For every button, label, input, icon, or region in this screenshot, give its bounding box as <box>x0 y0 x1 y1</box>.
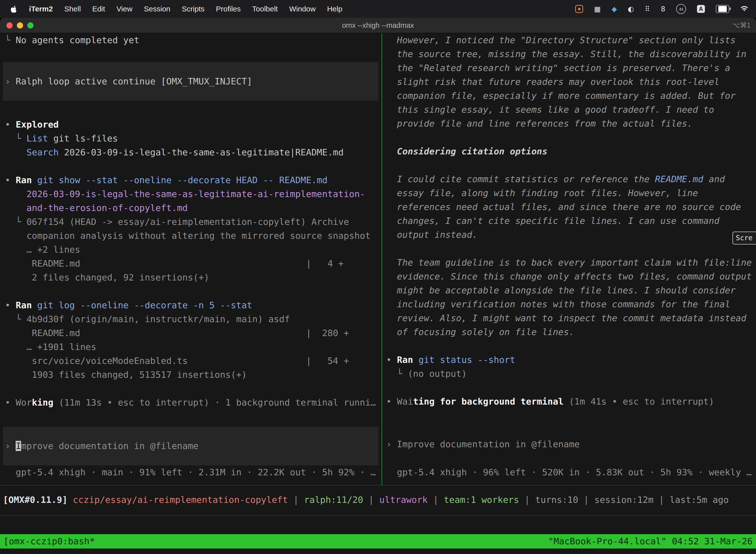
color-picker-icon[interactable]: ◆ <box>612 5 617 13</box>
working-status: • Working (11m 13s • esc to interrupt) ·… <box>0 396 381 409</box>
menu-item-window[interactable]: Window <box>284 5 321 13</box>
terminal-line: I could cite commit statistics or refere… <box>382 172 756 186</box>
blank-line <box>0 382 381 396</box>
contrast-app-icon[interactable]: ◐ <box>628 5 634 13</box>
ran-git-log: • Ran git log --oneline --decorate -n 5 … <box>0 298 381 312</box>
close-window-button[interactable] <box>6 22 13 29</box>
window-title: omx --xhigh --madmax <box>342 21 414 30</box>
terminal-line: the source tree, missing the essay. Stil… <box>382 47 756 61</box>
tmux-host-clock: "MacBook-Pro-44.local" 04:52 31-Mar-26 <box>548 534 753 549</box>
right-model-status: gpt-5.4 xhigh · 96% left · 520K in · 5.8… <box>382 465 756 479</box>
terminal-line: evidence. Since this change only affects… <box>382 270 756 283</box>
blank-line <box>382 242 756 256</box>
minimize-window-button[interactable] <box>17 22 23 29</box>
terminal-line: 2 files changed, 92 insertions(+) <box>0 271 381 284</box>
menu-item-profiles[interactable]: Profiles <box>210 5 246 13</box>
menu-item-edit[interactable]: Edit <box>86 5 111 13</box>
menu-left: iTerm2 Shell Edit View Session Scripts P… <box>0 5 348 13</box>
ralph-loop-banner: › Ralph loop active continue [OMX_TMUX_I… <box>3 62 378 101</box>
ran-git-show: • Ran git show --stat --oneline --decora… <box>0 173 381 187</box>
terminal-line: and-the-erosion-of-copyleft.md <box>0 201 381 215</box>
menu-item-shell[interactable]: Shell <box>59 5 86 13</box>
terminal-line: The team guideline is to back every impo… <box>382 256 756 270</box>
ran-git-status: • Ran git status --short <box>382 353 756 367</box>
zoom-window-button[interactable] <box>27 22 34 29</box>
right-pane-transcript: However, I noticed the "Directory Struct… <box>382 33 756 408</box>
pane-bottom-divider <box>0 485 756 486</box>
window-title-bar[interactable]: omx --xhigh --madmax ⌥⌘1 <box>0 18 756 33</box>
right-prompt-line: › Improve documentation in @filename <box>382 437 756 451</box>
left-prompt-input[interactable]: › Improve documentation in @filename <box>3 427 378 465</box>
iterm2-window: omx --xhigh --madmax ⌥⌘1 └ No agents com… <box>0 18 756 554</box>
terminal-line: └ 067f154 (HEAD -> essay/ai-reimplementa… <box>0 215 381 229</box>
apple-menu-icon[interactable] <box>8 5 23 13</box>
terminal-line: including verification notes with those … <box>382 297 756 311</box>
menu-item-scripts[interactable]: Scripts <box>176 5 210 13</box>
battery-nub <box>730 7 731 10</box>
terminal-line: review. Also, I might want to inspect th… <box>382 311 756 325</box>
menu-item-iterm2[interactable]: iTerm2 <box>23 5 59 13</box>
terminal-line: README.md | 4 + <box>0 257 381 271</box>
explored-header: • Explored <box>0 118 381 131</box>
blank-line <box>0 159 381 173</box>
menu-item-toolbelt[interactable]: Toolbelt <box>247 5 284 13</box>
blank-line <box>382 158 756 172</box>
left-terminal-pane[interactable]: └ No agents completed yet› Ralph loop ac… <box>0 33 381 485</box>
right-pane-bottom: › Improve documentation in @filename gpt… <box>382 437 756 485</box>
menu-item-session[interactable]: Session <box>138 5 176 13</box>
terminal-line: might be acceptable alongside the file l… <box>382 283 756 297</box>
right-prompt[interactable]: › Improve documentation in @filename <box>382 437 756 451</box>
terminal-line: … +1901 lines <box>0 340 381 354</box>
terminal-line: └ (no output) <box>382 367 756 381</box>
battery-icon[interactable] <box>716 5 729 13</box>
left-model-status: gpt-5.4 xhigh · main · 91% left · 2.31M … <box>0 465 381 479</box>
terminal-line: companion file, especially if more comme… <box>382 89 756 103</box>
omx-status-bar: [OMX#0.11.9] cczip/essay/ai-reimplementa… <box>0 493 756 507</box>
terminal-line: … +2 lines <box>0 243 381 257</box>
menu-item-help[interactable]: Help <box>321 5 348 13</box>
terminal-line: Search 2026-03-09-is-legal-the-same-as-l… <box>0 146 381 159</box>
battery-fill <box>718 6 727 12</box>
terminal-line: 1903 files changed, 513517 insertions(+) <box>0 368 381 382</box>
window-shortcut-badge: ⌥⌘1 <box>733 21 751 29</box>
terminal-line: essay file, along with finding root file… <box>382 186 756 200</box>
terminal-line: └ List git ls-files <box>0 131 381 146</box>
omx-bottom-divider <box>0 515 756 516</box>
terminal-area[interactable]: └ No agents completed yet› Ralph loop ac… <box>0 33 756 554</box>
terminal-line: references need actual files, and since … <box>382 200 756 214</box>
shortcut-app-icon[interactable]: 8 <box>661 5 665 13</box>
menu-item-view[interactable]: View <box>111 5 138 13</box>
terminal-line: src/voice/voiceModeEnabled.ts | 54 + <box>0 354 381 368</box>
cpu-gauge-icon[interactable]: .61 <box>676 4 686 14</box>
terminal-line: changes, I can't cite specific file line… <box>382 214 756 228</box>
text-cursor: I <box>16 441 21 451</box>
terminal-line: └ 4b9d30f (origin/main, instructkr/main,… <box>0 312 381 326</box>
blank-line <box>382 339 756 353</box>
terminal-line: README.md | 280 + <box>0 326 381 340</box>
thinking-header: Considering citation options <box>382 145 756 158</box>
keyboard-icon[interactable]: ▦ <box>594 5 601 13</box>
blank-line <box>0 284 381 298</box>
tmux-status-bar: [omx-cczip0:bash* "MacBook-Pro-44.local"… <box>0 534 756 549</box>
input-source-icon[interactable]: A <box>697 5 705 13</box>
apps-grid-icon[interactable]: ⠿ <box>645 5 650 13</box>
recording-dot <box>578 8 580 10</box>
ralph-loop-banner: › Ralph loop active continue [OMX_TMUX_I… <box>3 74 378 88</box>
terminal-line: the "Related research writing" section i… <box>382 61 756 75</box>
blank-line <box>382 381 756 395</box>
screen-edge-tooltip: Scre <box>733 232 756 244</box>
terminal-line: of focusing solely on file lines. <box>382 325 756 339</box>
terminal-line: However, I noticed the "Directory Struct… <box>382 33 756 47</box>
menu-bar: iTerm2 Shell Edit View Session Scripts P… <box>0 0 756 18</box>
omx-status-line: [OMX#0.11.9] cczip/essay/ai-reimplementa… <box>0 493 756 507</box>
prompt-chevron: › <box>5 441 16 451</box>
right-terminal-pane[interactable]: However, I noticed the "Directory Struct… <box>382 33 756 485</box>
blank-line <box>382 130 756 145</box>
tmux-session-label: [omx-cczip0:bash* <box>3 534 95 549</box>
terminal-line: companion analysis without altering the … <box>0 229 381 243</box>
traffic-lights <box>6 22 34 29</box>
terminal-line: slight risk that future readers may over… <box>382 75 756 89</box>
screen-recording-icon[interactable] <box>575 5 583 13</box>
agents-status-line: └ No agents completed yet <box>0 33 381 47</box>
wifi-icon[interactable] <box>740 6 749 12</box>
